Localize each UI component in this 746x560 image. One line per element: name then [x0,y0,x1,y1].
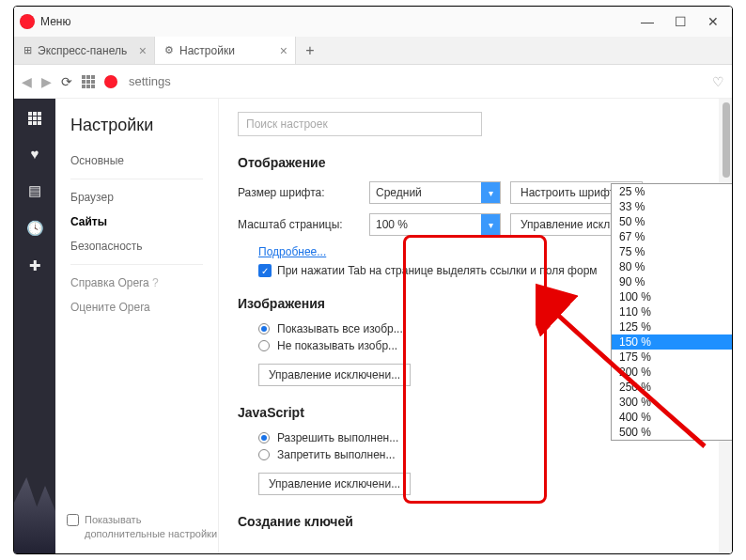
sidebar-item-browser[interactable]: Браузер [70,191,203,204]
speed-dial-icon[interactable] [28,112,41,125]
section-display: Отображение [238,155,713,170]
radio-on-icon [258,323,270,334]
forward-button[interactable]: ▶ [41,74,52,89]
zoom-dropdown[interactable]: 25 %33 %50 %67 %75 %80 %90 %100 %110 %12… [611,183,732,441]
reload-button[interactable]: ⟳ [61,74,72,89]
checkbox[interactable] [67,514,79,526]
zoom-option[interactable]: 80 % [612,259,732,274]
zoom-option[interactable]: 110 % [612,304,732,319]
sidebar-rate[interactable]: Оцените Opera [70,301,203,314]
sidebar-item-basic[interactable]: Основные [70,154,203,167]
settings-sidebar: Настройки Основные Браузер Сайты Безопас… [55,99,219,553]
extensions-icon[interactable]: ✚ [29,257,41,274]
page-title: Настройки [70,116,203,135]
maximize-icon[interactable]: ☐ [675,14,687,29]
divider [70,179,203,179]
checkbox-checked-icon[interactable]: ✓ [258,264,272,277]
zoom-option[interactable]: 175 % [612,350,732,365]
divider [70,264,203,265]
heart-icon[interactable]: ♥ [31,146,39,162]
titlebar: Меню — ☐ ✕ [14,7,732,37]
zoom-option[interactable]: 67 % [612,229,732,244]
section-keys: Создание ключей [238,514,713,529]
content-area: ♥ ▤ 🕓 ✚ Настройки Основные Браузер Сайты… [14,99,732,553]
sidebar-item-security[interactable]: Безопасность [70,240,203,253]
app-window: Меню — ☐ ✕ ⊞ Экспресс-панель × ⚙ Настрой… [13,6,733,554]
wallpaper [14,469,55,553]
zoom-option[interactable]: 500 % [612,425,732,440]
radio-off-icon [258,340,270,351]
window-controls: — ☐ ✕ [641,14,726,29]
back-button[interactable]: ◀ [22,74,32,89]
sidebar-item-sites[interactable]: Сайты [70,215,203,228]
page-zoom-select[interactable]: 100 % ▾ [369,213,501,236]
menu-button[interactable]: Меню [40,15,70,28]
radio-on-icon [258,432,270,443]
address-bar: ◀ ▶ ⟳ settings ♡ [14,65,732,99]
zoom-option[interactable]: 125 % [612,319,732,334]
zoom-option[interactable]: 250 % [612,380,732,395]
grid-icon: ⊞ [23,44,32,56]
zoom-option[interactable]: 50 % [612,214,732,229]
radio-off-icon [258,449,270,460]
zoom-option[interactable]: 25 % [612,184,732,199]
main-panel: Отображение Размер шрифта: Средний ▾ Нас… [219,99,732,553]
zoom-option[interactable]: 75 % [612,244,732,259]
gear-icon: ⚙ [164,44,174,56]
js-deny-radio[interactable]: Запретить выполнен... [258,448,713,461]
tab-settings[interactable]: ⚙ Настройки × [155,37,296,64]
font-size-label: Размер шрифта: [238,186,369,199]
zoom-option[interactable]: 400 % [612,410,732,425]
url-field[interactable]: settings [127,74,703,88]
search-input[interactable] [238,112,482,136]
scrollbar-thumb[interactable] [723,102,730,178]
zoom-option[interactable]: 33 % [612,199,732,214]
opera-url-icon [104,75,117,88]
chevron-down-icon: ▾ [481,182,500,203]
zoom-option[interactable]: 300 % [612,395,732,410]
tabstrip: ⊞ Экспресс-панель × ⚙ Настройки × + [14,37,732,65]
zoom-option[interactable]: 100 % [612,289,732,304]
tab-label: Экспресс-панель [38,44,127,57]
history-icon[interactable]: 🕓 [26,220,44,237]
close-icon[interactable]: ✕ [707,14,719,29]
tab-close-icon[interactable]: × [139,43,147,58]
opera-logo-icon [20,14,35,29]
minimize-icon[interactable]: — [641,14,654,29]
sidebar-help[interactable]: Справка Opera ? [70,276,203,289]
tab-speed-dial[interactable]: ⊞ Экспресс-панель × [14,37,155,64]
news-icon[interactable]: ▤ [28,182,41,199]
manage-exceptions-button[interactable]: Управление исключени... [258,473,411,495]
icon-sidebar: ♥ ▤ 🕓 ✚ [14,99,55,553]
tab-close-icon[interactable]: × [280,43,288,58]
manage-exceptions-button[interactable]: Управление исключени... [258,364,411,386]
page-zoom-label: Масштаб страницы: [238,218,369,231]
tab-label: Настройки [179,44,235,57]
bookmark-icon[interactable]: ♡ [712,74,724,89]
apps-icon[interactable] [82,75,95,88]
chevron-down-icon: ▾ [481,214,500,235]
zoom-option[interactable]: 150 % [612,334,732,350]
zoom-option[interactable]: 200 % [612,365,732,380]
show-advanced-checkbox[interactable]: Показывать дополнительные настройки [67,513,218,540]
font-size-select[interactable]: Средний ▾ [369,181,501,204]
new-tab-button[interactable]: + [296,37,324,64]
zoom-option[interactable]: 90 % [612,274,732,289]
